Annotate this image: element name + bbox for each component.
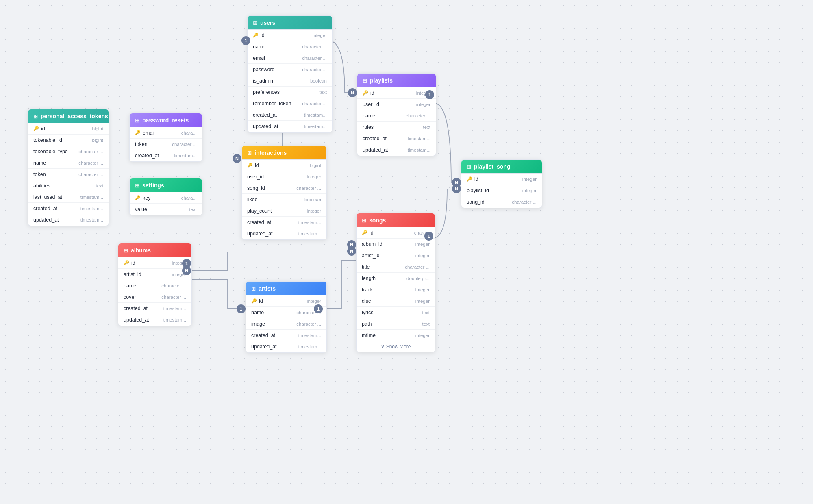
table-users-title: users [260,20,275,26]
field-pat-last-used: last_used_at timestam... [28,191,109,203]
table-settings-title: settings [142,182,164,189]
table-playlists-header: ⊞ playlists [357,74,436,87]
field-interactions-updated-at: updated_at timestam... [242,228,326,239]
show-more-songs[interactable]: ∨ Show More [357,341,435,352]
rel-badge-users-playlists-n: N [348,88,357,97]
field-ps-song-id: song_id character ... [461,196,542,208]
rel-badge-songs-pls-1: 1 [424,232,433,241]
field-users-name: name character ... [248,41,332,52]
show-more-label: Show More [386,344,411,350]
table-pat-header: ⊞ personal_access_tokens [28,109,109,123]
grid-icon-users: ⊞ [253,20,257,26]
table-albums-title: albums [131,247,151,254]
rel-badge-artists-albums-n: N [182,266,191,275]
field-interactions-created-at: created_at timestam... [242,217,326,228]
field-songs-track: track integer [357,284,435,295]
field-songs-artist-id: artist_id integer [357,250,435,261]
field-users-is-admin: is_admin boolean [248,75,332,87]
field-interactions-user-id: user_id integer [242,171,326,182]
table-playlists-title: playlists [370,77,393,84]
field-interactions-liked: liked boolean [242,194,326,205]
table-albums: ⊞ albums 🔑 id integer artist_id integer … [118,243,192,326]
field-playlists-updated-at: updated_at timestam... [357,144,436,156]
field-pat-tokenable-id: tokenable_id bigint [28,135,109,146]
field-playlists-rules: rules text [357,122,436,133]
field-users-password: password character ... [248,64,332,75]
field-songs-id: 🔑 id chara... [357,227,435,239]
field-songs-album-id: album_id integer [357,239,435,250]
field-albums-name: name character ... [118,280,191,291]
field-albums-cover: cover character ... [118,291,191,303]
field-settings-value: value text [130,204,202,215]
chevron-down-icon: ∨ [381,344,385,350]
field-songs-lyrics: lyrics text [357,307,435,318]
field-users-created-at: created_at timestam... [248,109,332,121]
grid-icon-pat: ⊞ [33,113,38,119]
grid-icon-artists: ⊞ [251,286,256,292]
field-pat-updated-at: updated_at timestam... [28,214,109,226]
canvas: 1 N N 1 N 1 N 1 N 1 N 1 N ⊞ users 🔑 id i… [0,0,813,504]
field-users-remember-token: remember_token character ... [248,98,332,109]
rel-badge-artists-albums-1: 1 [237,304,246,313]
field-pat-created-at: created_at timestam... [28,203,109,214]
field-users-email: email character ... [248,52,332,64]
field-pat-name: name character ... [28,157,109,169]
field-albums-created-at: created_at timestam... [118,303,191,314]
field-users-preferences: preferences text [248,87,332,98]
field-pr-created-at: created_at timestam... [130,150,202,161]
table-pr-title: password_resets [142,117,189,124]
rel-badge-artists-songs-n: N [347,247,356,256]
table-settings: ⊞ settings 🔑 key chara... value text [129,178,202,215]
field-artists-created-at: created_at timestam... [246,330,326,341]
table-artists: ⊞ artists 🔑 id integer name character ..… [246,281,327,353]
table-users-header: ⊞ users [248,16,332,30]
grid-icon-ps: ⊞ [467,164,471,170]
field-playlists-id: 🔑 id integer [357,87,436,99]
table-pr-header: ⊞ password_resets [130,113,202,127]
field-interactions-play-count: play_count integer [242,205,326,217]
rel-badge-users-playlists-1: 1 [241,36,250,45]
table-songs-header: ⊞ songs [357,213,435,227]
table-settings-header: ⊞ settings [130,178,202,192]
table-ps-title: playlist_song [474,163,510,170]
field-albums-artist-id: artist_id integer [118,269,191,280]
field-songs-mtime: mtime integer [357,330,435,341]
field-pat-id: 🔑 id bigint [28,123,109,135]
field-songs-length: length double pr... [357,273,435,284]
table-interactions-header: ⊞ interactions [242,146,326,160]
field-ps-id: 🔑 id integer [461,174,542,185]
field-ps-playlist-id: playlist_id integer [461,185,542,196]
field-songs-disc: disc integer [357,295,435,307]
table-artists-header: ⊞ artists [246,282,326,295]
field-pat-tokenable-type: tokenable_type character ... [28,146,109,157]
table-songs: ⊞ songs 🔑 id chara... album_id integer a… [356,213,435,352]
grid-icon-albums: ⊞ [124,248,128,254]
rel-badge-playlists-pls-1: 1 [425,90,434,99]
field-playlists-created-at: created_at timestam... [357,133,436,144]
rel-badge-songs-pls-n2: N [452,184,461,193]
table-artists-title: artists [259,285,276,292]
field-pr-token: token character ... [130,139,202,150]
table-interactions: ⊞ interactions 🔑 id bigint user_id integ… [241,146,327,240]
field-pr-email: 🔑 email chara... [130,127,202,139]
field-albums-updated-at: updated_at timestam... [118,314,191,326]
table-albums-header: ⊞ albums [118,243,191,257]
field-settings-key: 🔑 key chara... [130,192,202,204]
grid-icon-songs: ⊞ [362,217,366,224]
field-songs-path: path text [357,318,435,330]
table-personal-access-tokens: ⊞ personal_access_tokens 🔑 id bigint tok… [28,109,109,226]
grid-icon-interactions: ⊞ [247,150,252,156]
field-playlists-name: name character ... [357,110,436,122]
table-pat-title: personal_access_tokens [41,113,108,119]
field-albums-id: 🔑 id integer [118,257,191,269]
field-interactions-id: 🔑 id bigint [242,160,326,171]
table-ps-header: ⊞ playlist_song [461,160,542,174]
field-pat-token: token character ... [28,169,109,180]
table-songs-title: songs [369,217,386,224]
grid-icon-settings: ⊞ [135,182,139,189]
table-password-resets: ⊞ password_resets 🔑 email chara... token… [129,113,202,162]
field-artists-image: image character ... [246,318,326,330]
table-users: ⊞ users 🔑 id integer name character ... … [247,15,333,133]
grid-icon-pr: ⊞ [135,117,139,124]
field-users-id: 🔑 id integer [248,30,332,41]
